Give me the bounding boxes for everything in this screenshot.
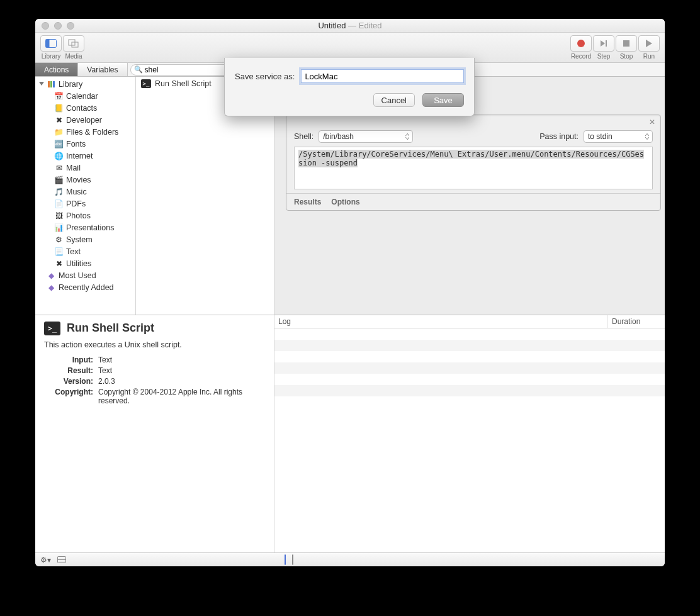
record-button[interactable]: [570, 35, 592, 52]
svg-rect-9: [48, 81, 50, 87]
sidebar-item-utilities[interactable]: ✖Utilities: [35, 257, 135, 269]
passinput-dropdown[interactable]: to stdin: [584, 130, 653, 143]
info-copyright-key: Copyright:: [44, 388, 98, 405]
contacts-icon: 📒: [54, 103, 64, 113]
sidebar-item-files-folders[interactable]: 📁Files & Folders: [35, 126, 135, 138]
files-icon: 📁: [54, 127, 64, 137]
record-label: Record: [571, 53, 591, 60]
svg-rect-6: [606, 40, 607, 47]
record-icon: [577, 39, 585, 48]
panel-icon: [57, 556, 66, 563]
window-title: Untitled — Edited: [35, 21, 665, 30]
shell-dropdown[interactable]: /bin/bash: [319, 130, 413, 143]
tab-variables[interactable]: Variables: [78, 63, 127, 76]
sidebar-item-recently-added[interactable]: ◆ Recently Added: [35, 281, 135, 293]
system-icon: ⚙: [54, 235, 64, 244]
calendar-icon: 📅: [54, 91, 64, 101]
sidebar-item-developer[interactable]: ✖Developer: [35, 114, 135, 126]
movies-icon: 🎬: [54, 175, 64, 184]
media-button[interactable]: [63, 35, 84, 52]
utilities-icon: ✖: [54, 259, 64, 268]
document-title: Untitled: [318, 21, 346, 30]
stop-label: Stop: [620, 53, 633, 60]
save-sheet: Save service as: Cancel Save: [224, 58, 475, 116]
presentations-icon: 📊: [54, 223, 64, 232]
sidebar-item-internet[interactable]: 🌐Internet: [35, 150, 135, 162]
step-button[interactable]: [593, 35, 614, 52]
workflow-action-run-shell-script: ✕ Shell: /bin/bash Pass input: to stdin: [286, 115, 661, 211]
music-icon: 🎵: [54, 187, 64, 196]
sidebar-item-most-used[interactable]: ◆ Most Used: [35, 269, 135, 281]
svg-rect-10: [50, 81, 52, 87]
developer-icon: ✖: [54, 115, 64, 125]
sidebar-item-pdfs[interactable]: 📄PDFs: [35, 198, 135, 210]
svg-marker-8: [646, 40, 652, 47]
media-button-label: Media: [65, 53, 82, 60]
status-bar: ⚙▾: [35, 552, 665, 566]
library-root[interactable]: Library: [35, 78, 135, 90]
sidebar-item-movies[interactable]: 🎬Movies: [35, 174, 135, 186]
cancel-button[interactable]: Cancel: [373, 93, 415, 107]
library-toggle-button[interactable]: [40, 35, 62, 52]
passinput-label: Pass input:: [539, 132, 579, 141]
sidebar-item-mail[interactable]: ✉Mail: [35, 162, 135, 174]
action-tab-results[interactable]: Results: [294, 198, 321, 206]
run-label: Run: [643, 53, 655, 60]
svg-point-4: [577, 40, 585, 47]
info-input-key: Input:: [44, 356, 98, 364]
library-sidebar: Library 📅Calendar 📒Contacts ✖Developer 📁…: [35, 77, 136, 315]
text-icon: 📃: [54, 247, 64, 256]
stop-button[interactable]: [616, 35, 637, 52]
toggle-info-button[interactable]: [57, 556, 66, 563]
play-icon: [645, 39, 653, 48]
script-textarea[interactable]: /System/Library/CoreServices/Menu\ Extra…: [294, 147, 653, 189]
disclosure-triangle-icon[interactable]: [39, 82, 44, 86]
gear-menu-button[interactable]: ⚙▾: [40, 556, 51, 564]
info-result-value: Text: [98, 366, 265, 375]
save-button[interactable]: Save: [422, 93, 464, 107]
sidebar-item-presentations[interactable]: 📊Presentations: [35, 221, 135, 233]
stop-icon: [623, 40, 630, 47]
pdf-icon: 📄: [54, 199, 64, 208]
workflow-view-icon: [285, 554, 286, 565]
sidebar-item-fonts[interactable]: 🔤Fonts: [35, 138, 135, 150]
terminal-icon: >_: [44, 322, 60, 335]
info-version-key: Version:: [44, 377, 98, 386]
smart-folder-icon: ◆: [47, 271, 56, 280]
info-copyright-value: Copyright © 2004-2012 Apple Inc. All rig…: [98, 388, 265, 405]
svg-rect-1: [46, 40, 50, 48]
sidebar-item-system[interactable]: ⚙System: [35, 233, 135, 245]
run-button[interactable]: [638, 35, 660, 52]
action-remove-button[interactable]: ✕: [648, 118, 657, 126]
search-icon: 🔍: [134, 65, 143, 74]
info-title: Run Shell Script: [67, 322, 154, 335]
library-icon: [47, 79, 56, 89]
step-label: Step: [597, 53, 611, 60]
info-input-value: Text: [98, 356, 265, 364]
sidebar-item-text[interactable]: 📃Text: [35, 245, 135, 257]
document-status: Edited: [359, 21, 382, 30]
save-as-input[interactable]: [301, 69, 464, 83]
sidebar-item-contacts[interactable]: 📒Contacts: [35, 102, 135, 114]
info-result-key: Result:: [44, 366, 98, 375]
photos-icon: 🖼: [54, 211, 64, 220]
fonts-icon: 🔤: [54, 139, 64, 148]
sidebar-icon: [45, 39, 57, 48]
view-mode-log-button[interactable]: [292, 555, 293, 564]
action-tab-options[interactable]: Options: [331, 198, 359, 206]
view-mode-workflow-button[interactable]: [285, 555, 286, 564]
tab-actions[interactable]: Actions: [35, 63, 78, 76]
svg-rect-11: [53, 81, 55, 87]
mail-icon: ✉: [54, 163, 64, 172]
library-root-label: Library: [59, 80, 82, 89]
step-icon: [599, 39, 608, 48]
shell-label: Shell:: [294, 132, 313, 141]
internet-icon: 🌐: [54, 151, 64, 160]
smart-folder-icon: ◆: [47, 283, 56, 292]
sidebar-item-photos[interactable]: 🖼Photos: [35, 210, 135, 221]
media-icon: [68, 39, 79, 48]
sidebar-item-calendar[interactable]: 📅Calendar: [35, 90, 135, 102]
action-info-pane: >_ Run Shell Script This action executes…: [35, 315, 274, 553]
log-view-icon: [292, 554, 293, 565]
sidebar-item-music[interactable]: 🎵Music: [35, 186, 135, 198]
